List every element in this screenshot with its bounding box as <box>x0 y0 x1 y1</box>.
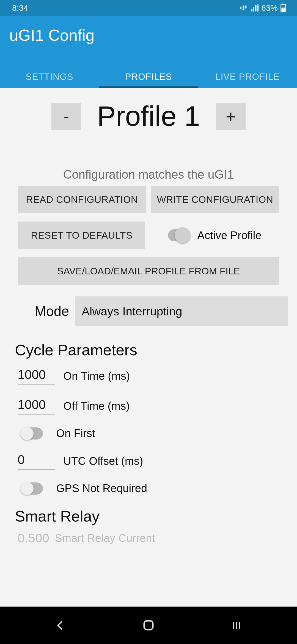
profile-prev-button[interactable]: - <box>51 103 81 130</box>
smart-relay-title: Smart Relay <box>0 507 297 525</box>
read-config-button[interactable]: READ CONFIGURATION <box>18 186 146 213</box>
profile-next-button[interactable]: + <box>216 103 246 130</box>
nav-back-button[interactable] <box>33 619 88 631</box>
mode-value: Always Interrupting <box>82 305 182 318</box>
off-time-row: Off Time (ms) <box>0 397 297 414</box>
gps-row: GPS Not Required <box>0 482 297 495</box>
mode-row: Mode Always Interrupting <box>0 296 297 326</box>
status-bar: 8:34 63% <box>0 0 297 16</box>
off-time-label: Off Time (ms) <box>63 400 130 414</box>
profile-name: Profile 1 <box>97 100 200 132</box>
reset-active-row: RESET TO DEFAULTS Active Profile <box>0 222 297 249</box>
app-title: uGI1 Config <box>9 16 288 44</box>
svg-rect-3 <box>144 621 153 630</box>
mode-select[interactable]: Always Interrupting <box>75 296 288 326</box>
config-match-text: Configuration matches the uGI1 <box>0 168 297 181</box>
tab-settings[interactable]: SETTINGS <box>0 66 99 88</box>
nav-recent-button[interactable] <box>209 619 264 631</box>
tab-live-profile[interactable]: LIVE PROFILE <box>198 66 297 88</box>
utc-offset-row: UTC Offset (ms) <box>0 452 297 470</box>
off-time-input[interactable] <box>18 397 55 414</box>
gps-switch[interactable] <box>21 482 43 495</box>
gps-label: GPS Not Required <box>56 482 147 495</box>
app-bar: uGI1 Config <box>0 16 297 66</box>
active-profile-label: Active Profile <box>197 229 261 242</box>
reset-defaults-button[interactable]: RESET TO DEFAULTS <box>18 222 145 249</box>
active-profile-wrap: Active Profile <box>151 229 279 242</box>
battery-icon <box>280 4 286 12</box>
cycle-parameters-title: Cycle Parameters <box>0 341 297 359</box>
on-time-row: On Time (ms) <box>0 367 297 384</box>
nav-home-button[interactable] <box>121 619 176 632</box>
status-right: 63% <box>239 3 286 13</box>
tab-profiles[interactable]: PROFILES <box>99 66 198 88</box>
tab-bar: SETTINGS PROFILES LIVE PROFILE <box>0 66 297 88</box>
save-load-email-button[interactable]: SAVE/LOAD/EMAIL PROFILE FROM FILE <box>18 257 279 285</box>
smart-relay-current-value: 0.500 <box>18 531 49 545</box>
write-config-button[interactable]: WRITE CONFIGURATION <box>151 186 279 213</box>
battery-percent: 63% <box>261 3 278 13</box>
mode-label: Mode <box>35 303 69 319</box>
config-button-row: READ CONFIGURATION WRITE CONFIGURATION <box>0 186 297 213</box>
svg-rect-1 <box>282 4 284 4</box>
smart-relay-current-label: Smart Relay Current <box>55 532 155 545</box>
on-first-switch[interactable] <box>21 427 43 440</box>
android-nav-bar <box>0 607 297 644</box>
utc-offset-label: UTC Offset (ms) <box>63 455 143 470</box>
content-area: - Profile 1 + Configuration matches the … <box>0 88 297 607</box>
signal-icon <box>250 4 258 12</box>
utc-offset-input[interactable] <box>18 452 55 470</box>
active-profile-switch[interactable] <box>168 229 190 241</box>
vibrate-icon <box>239 4 248 12</box>
on-time-label: On Time (ms) <box>63 370 130 384</box>
smart-relay-current-row: 0.500 Smart Relay Current <box>0 531 297 545</box>
status-time: 8:34 <box>12 3 28 13</box>
on-time-input[interactable] <box>18 367 55 384</box>
on-first-label: On First <box>56 427 95 440</box>
on-first-row: On First <box>0 427 297 440</box>
profile-selector: - Profile 1 + <box>0 88 297 135</box>
